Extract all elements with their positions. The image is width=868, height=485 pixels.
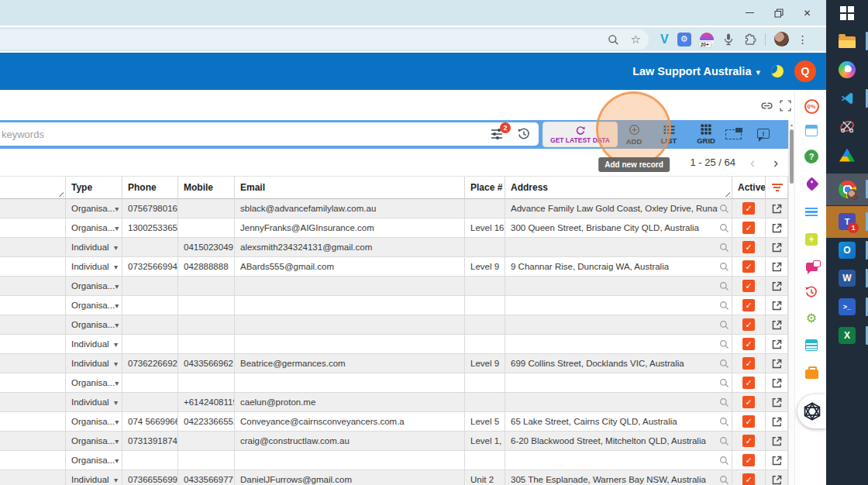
mobile-cell[interactable] [178,315,235,335]
open-record-icon[interactable] [771,280,783,292]
email-cell[interactable]: sblack@advancefamilylaw.com.au [235,199,465,218]
row-select-cell[interactable] [0,412,66,432]
mobile-cell[interactable]: 042888888 [178,257,235,277]
address-cell[interactable]: Advance Family Law Gold Coast, Oxley Dri… [505,199,732,218]
mobile-cell[interactable]: 04223366552 [178,412,235,432]
scroll-up-arrow[interactable] [789,122,794,127]
link-icon[interactable] [760,99,773,112]
vscode-button[interactable] [826,84,868,112]
open-record-icon[interactable] [771,397,783,408]
email-cell[interactable] [235,315,465,335]
row-select-cell[interactable] [0,277,66,296]
open-record-icon[interactable] [771,435,783,447]
type-dropdown[interactable]: Individual [66,470,122,485]
place-cell[interactable]: Level 9 [465,257,505,277]
recorder-extension-icon[interactable]: 20+ [700,33,714,46]
row-select-cell[interactable] [0,335,66,354]
open-record-icon[interactable] [771,261,783,273]
row-select-cell[interactable] [0,393,66,412]
type-dropdown[interactable]: Organisa... [66,199,122,218]
place-cell[interactable]: Level 1, Su [465,432,505,451]
matters-button[interactable] [803,364,820,381]
progress-ring-button[interactable]: 0% [803,98,820,115]
address-lookup-icon[interactable] [719,223,729,233]
address-cell[interactable] [505,393,732,412]
place-cell[interactable] [465,277,505,296]
select-column-header[interactable] [0,177,66,199]
scrollbar-thumb[interactable] [790,129,794,184]
prev-page-button[interactable] [746,156,759,170]
active-checkbox[interactable] [742,202,755,215]
mic-icon[interactable] [722,33,735,46]
place-column-header[interactable]: Place # [465,177,505,199]
list-view-button[interactable]: LIST [653,122,685,147]
google-drive-button[interactable] [826,141,868,169]
chrome-button[interactable] [826,175,868,203]
email-cell[interactable] [235,451,465,470]
mobile-cell[interactable] [178,373,235,393]
address-cell[interactable] [505,296,732,315]
mobile-cell[interactable] [178,432,235,451]
column-resize-handle[interactable] [724,191,730,197]
row-select-cell[interactable] [0,199,66,218]
phone-cell[interactable] [122,373,178,393]
workspace-selector[interactable]: Law Support Australia [632,65,760,77]
mobile-cell[interactable] [178,335,235,354]
address-cell[interactable] [505,277,732,296]
close-button[interactable] [793,0,822,26]
address-lookup-icon[interactable] [719,339,729,349]
phone-cell[interactable] [122,393,178,412]
place-cell[interactable] [465,296,505,315]
type-dropdown[interactable]: Individual [66,257,122,277]
address-cell[interactable] [505,238,732,257]
minimize-button[interactable] [735,0,764,26]
type-dropdown[interactable]: Organisa... [66,373,122,393]
phone-cell[interactable] [122,238,178,257]
chat-button[interactable] [803,258,820,275]
open-record-icon[interactable] [771,358,783,370]
mobile-column-header[interactable]: Mobile [178,177,235,199]
type-dropdown[interactable]: Organisa... [66,451,122,470]
phone-cell[interactable] [122,277,178,296]
teams-button[interactable]: 1 [826,208,868,236]
help-button[interactable] [803,148,820,165]
grid-view-button[interactable]: GRID [688,122,724,147]
copilot-button[interactable] [826,56,868,84]
type-dropdown[interactable]: Organisa... [66,277,122,296]
place-cell[interactable] [465,393,505,412]
word-button[interactable] [826,264,868,292]
address-lookup-icon[interactable] [719,262,729,272]
address-cell[interactable]: 699 Collins Street, Docklands VIC, Austr… [505,354,732,373]
phone-cell[interactable] [122,315,178,335]
vertical-scrollbar[interactable] [788,120,794,485]
address-cell[interactable]: 65 Lake Street, Cairns City QLD, Austral… [505,412,732,432]
place-cell[interactable] [465,451,505,470]
row-select-cell[interactable] [0,238,66,257]
mobile-cell[interactable]: 0415023049 [178,238,235,257]
select-area-icon[interactable] [725,129,742,139]
schedule-button[interactable] [803,336,820,353]
active-checkbox[interactable] [742,357,755,370]
open-record-icon[interactable] [771,203,783,215]
mobile-cell[interactable] [178,218,235,238]
address-lookup-icon[interactable] [719,359,729,369]
email-cell[interactable]: ABards555@gmail.com [235,257,465,277]
phone-cell[interactable]: 0732566994 [122,257,178,277]
email-cell[interactable] [235,277,465,296]
phone-cell[interactable]: 0756798016 [122,199,178,218]
phone-cell[interactable] [122,296,178,315]
type-dropdown[interactable]: Organisa... [66,218,122,238]
type-dropdown[interactable]: Organisa... [66,412,122,432]
open-record-icon[interactable] [771,222,783,234]
phone-cell[interactable]: 0736655699 [122,470,178,485]
email-column-header[interactable]: Email [235,177,465,199]
active-checkbox[interactable] [742,377,755,389]
address-column-header[interactable]: Address [505,177,732,199]
row-select-cell[interactable] [0,257,66,277]
open-record-icon[interactable] [771,242,783,253]
type-dropdown[interactable]: Organisa... [66,315,122,335]
address-cell[interactable]: 300 Queen Street, Brisbane City QLD, Aus… [505,218,732,238]
address-lookup-icon[interactable] [719,456,729,466]
open-record-icon[interactable] [771,416,783,428]
type-column-header[interactable]: Type [66,177,122,199]
